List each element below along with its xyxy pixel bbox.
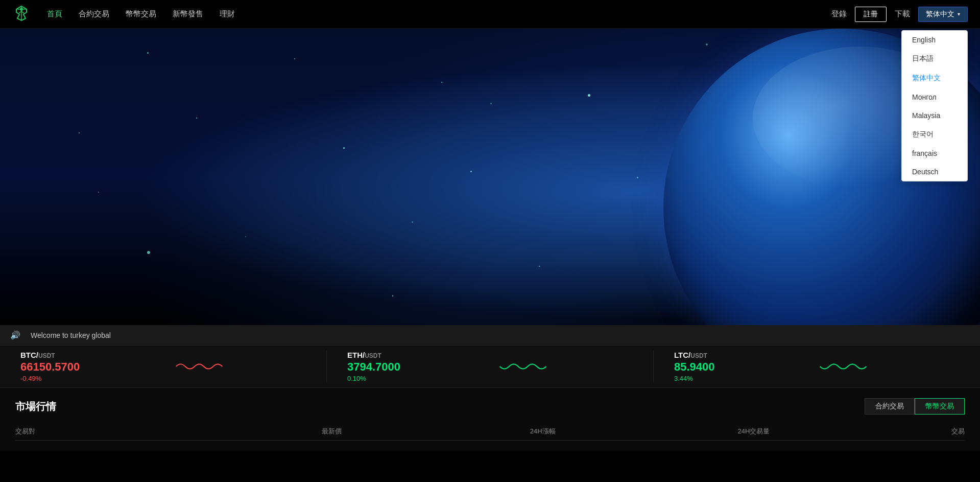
pair-price: 3794.7000 [347,360,400,374]
ticker-pair: BTC/USDT 66150.5700 -0.49% [20,351,80,382]
lang-option[interactable]: English [902,31,967,49]
pair-price: 85.9400 [674,360,715,374]
table-column-header: 交易對 [15,427,226,436]
table-column-header: 最新價 [226,427,437,436]
pair-base: ETH [347,351,363,359]
pair-quote: USDT [38,352,55,359]
nav-menu: 首頁合約交易幣幣交易新幣發售理財 [47,9,831,19]
ticker-pair: LTC/USDT 85.9400 3.44% [674,351,715,382]
ticker-item[interactable]: BTC/USDT 66150.5700 -0.49% [0,351,327,382]
login-button[interactable]: 登錄 [831,9,847,19]
lang-option[interactable]: 한국어 [902,125,967,144]
register-button[interactable]: 註冊 [855,7,887,22]
pair-quote: USDT [365,352,381,359]
pair-name: LTC/USDT [674,351,715,359]
market-table-header: 交易對最新價24H漲幅24H交易量交易 [15,423,965,441]
navbar-right: 登錄 註冊 下載 繁体中文 ▾ English日本語繁体中文МонголMala… [831,7,968,22]
pair-change: -0.49% [20,375,80,382]
pair-base: BTC [20,351,36,359]
lang-option[interactable]: français [902,144,967,163]
pair-name: BTC/USDT [20,351,80,359]
nav-item-finance[interactable]: 理財 [220,9,235,19]
nav-item-new-coins[interactable]: 新幣發售 [173,9,203,19]
pair-price: 66150.5700 [20,360,80,374]
market-title: 市場行情 [15,400,56,414]
market-tabs: 合約交易幣幣交易 [865,398,965,415]
market-ticker: BTC/USDT 66150.5700 -0.49% ETH/USDT 3794… [0,346,980,388]
lang-option[interactable]: Malaysia [902,106,967,125]
logo[interactable] [12,4,31,25]
ticker-message: Welcome to turkey global [31,331,111,339]
lang-option[interactable]: Deutsch [902,163,967,181]
mini-chart [413,357,633,376]
table-column-header: 交易 [859,427,965,436]
mini-chart [727,357,960,376]
table-column-header: 24H漲幅 [437,427,648,436]
hero-section [0,29,980,325]
ticker-bar: 🔊 Welcome to turkey global [0,325,980,346]
market-tab[interactable]: 幣幣交易 [915,398,965,415]
market-header: 市場行情 合約交易幣幣交易 [15,398,965,415]
lang-option[interactable]: 日本語 [902,49,967,68]
pair-quote: USDT [690,352,707,359]
ticker-pair: ETH/USDT 3794.7000 0.10% [347,351,400,382]
sound-icon[interactable]: 🔊 [10,330,20,340]
table-column-header: 24H交易量 [648,427,859,436]
pair-change: 3.44% [674,375,715,382]
lang-option[interactable]: Монгол [902,88,967,106]
download-button[interactable]: 下載 [895,9,910,19]
ticker-item[interactable]: ETH/USDT 3794.7000 0.10% [327,351,654,382]
language-dropdown: English日本語繁体中文МонголMalaysia한국어françaisD… [901,30,968,181]
pair-change: 0.10% [347,375,400,382]
mini-chart [92,357,306,376]
language-selector[interactable]: 繁体中文 ▾ [918,7,968,22]
pair-name: ETH/USDT [347,351,400,359]
nav-item-futures[interactable]: 合約交易 [79,9,109,19]
market-tab[interactable]: 合約交易 [865,398,915,415]
navbar: 首頁合約交易幣幣交易新幣發售理財 登錄 註冊 下載 繁体中文 ▾ English… [0,0,980,29]
chevron-down-icon: ▾ [958,11,960,17]
nav-item-spot[interactable]: 幣幣交易 [126,9,156,19]
ticker-item[interactable]: LTC/USDT 85.9400 3.44% [654,351,980,382]
lang-option[interactable]: 繁体中文 [902,68,967,88]
language-label: 繁体中文 [926,10,954,19]
pair-base: LTC [674,351,688,359]
svg-point-0 [20,8,23,11]
market-section: 市場行情 合約交易幣幣交易 交易對最新價24H漲幅24H交易量交易 [0,388,980,451]
nav-item-home[interactable]: 首頁 [47,9,62,19]
